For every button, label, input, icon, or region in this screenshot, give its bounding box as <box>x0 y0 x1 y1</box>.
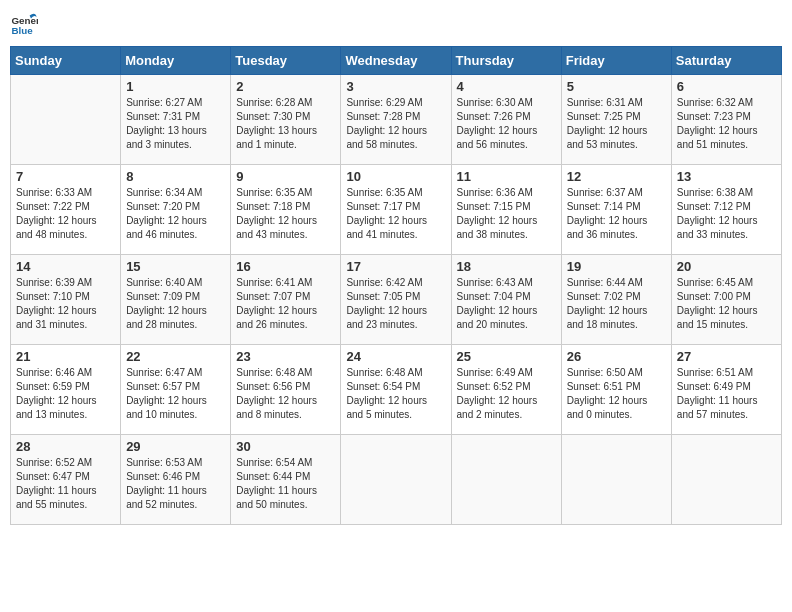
day-number: 7 <box>16 169 115 184</box>
day-content: Sunrise: 6:54 AM Sunset: 6:44 PM Dayligh… <box>236 456 335 512</box>
day-number: 23 <box>236 349 335 364</box>
calendar-cell: 19Sunrise: 6:44 AM Sunset: 7:02 PM Dayli… <box>561 255 671 345</box>
day-number: 12 <box>567 169 666 184</box>
day-number: 22 <box>126 349 225 364</box>
day-number: 6 <box>677 79 776 94</box>
calendar-cell: 3Sunrise: 6:29 AM Sunset: 7:28 PM Daylig… <box>341 75 451 165</box>
day-content: Sunrise: 6:36 AM Sunset: 7:15 PM Dayligh… <box>457 186 556 242</box>
day-content: Sunrise: 6:51 AM Sunset: 6:49 PM Dayligh… <box>677 366 776 422</box>
day-content: Sunrise: 6:30 AM Sunset: 7:26 PM Dayligh… <box>457 96 556 152</box>
day-content: Sunrise: 6:32 AM Sunset: 7:23 PM Dayligh… <box>677 96 776 152</box>
day-content: Sunrise: 6:34 AM Sunset: 7:20 PM Dayligh… <box>126 186 225 242</box>
day-number: 14 <box>16 259 115 274</box>
day-number: 29 <box>126 439 225 454</box>
day-content: Sunrise: 6:37 AM Sunset: 7:14 PM Dayligh… <box>567 186 666 242</box>
day-number: 13 <box>677 169 776 184</box>
day-number: 21 <box>16 349 115 364</box>
weekday-header-sunday: Sunday <box>11 47 121 75</box>
day-content: Sunrise: 6:40 AM Sunset: 7:09 PM Dayligh… <box>126 276 225 332</box>
day-content: Sunrise: 6:33 AM Sunset: 7:22 PM Dayligh… <box>16 186 115 242</box>
svg-text:Blue: Blue <box>11 25 33 36</box>
calendar-cell: 17Sunrise: 6:42 AM Sunset: 7:05 PM Dayli… <box>341 255 451 345</box>
calendar-table: SundayMondayTuesdayWednesdayThursdayFrid… <box>10 46 782 525</box>
calendar-cell: 30Sunrise: 6:54 AM Sunset: 6:44 PM Dayli… <box>231 435 341 525</box>
day-number: 25 <box>457 349 556 364</box>
day-number: 9 <box>236 169 335 184</box>
day-content: Sunrise: 6:46 AM Sunset: 6:59 PM Dayligh… <box>16 366 115 422</box>
day-number: 1 <box>126 79 225 94</box>
calendar-cell: 25Sunrise: 6:49 AM Sunset: 6:52 PM Dayli… <box>451 345 561 435</box>
day-number: 19 <box>567 259 666 274</box>
day-number: 10 <box>346 169 445 184</box>
calendar-cell: 12Sunrise: 6:37 AM Sunset: 7:14 PM Dayli… <box>561 165 671 255</box>
calendar-cell: 16Sunrise: 6:41 AM Sunset: 7:07 PM Dayli… <box>231 255 341 345</box>
calendar-cell: 5Sunrise: 6:31 AM Sunset: 7:25 PM Daylig… <box>561 75 671 165</box>
calendar-cell: 24Sunrise: 6:48 AM Sunset: 6:54 PM Dayli… <box>341 345 451 435</box>
calendar-cell: 20Sunrise: 6:45 AM Sunset: 7:00 PM Dayli… <box>671 255 781 345</box>
calendar-cell: 11Sunrise: 6:36 AM Sunset: 7:15 PM Dayli… <box>451 165 561 255</box>
day-content: Sunrise: 6:48 AM Sunset: 6:56 PM Dayligh… <box>236 366 335 422</box>
weekday-header-friday: Friday <box>561 47 671 75</box>
calendar-cell <box>451 435 561 525</box>
weekday-header-thursday: Thursday <box>451 47 561 75</box>
weekday-header-tuesday: Tuesday <box>231 47 341 75</box>
day-number: 8 <box>126 169 225 184</box>
day-content: Sunrise: 6:45 AM Sunset: 7:00 PM Dayligh… <box>677 276 776 332</box>
day-content: Sunrise: 6:38 AM Sunset: 7:12 PM Dayligh… <box>677 186 776 242</box>
calendar-cell: 26Sunrise: 6:50 AM Sunset: 6:51 PM Dayli… <box>561 345 671 435</box>
calendar-cell <box>561 435 671 525</box>
weekday-header-monday: Monday <box>121 47 231 75</box>
day-content: Sunrise: 6:53 AM Sunset: 6:46 PM Dayligh… <box>126 456 225 512</box>
calendar-cell: 4Sunrise: 6:30 AM Sunset: 7:26 PM Daylig… <box>451 75 561 165</box>
calendar-cell: 6Sunrise: 6:32 AM Sunset: 7:23 PM Daylig… <box>671 75 781 165</box>
day-content: Sunrise: 6:27 AM Sunset: 7:31 PM Dayligh… <box>126 96 225 152</box>
calendar-cell: 21Sunrise: 6:46 AM Sunset: 6:59 PM Dayli… <box>11 345 121 435</box>
day-content: Sunrise: 6:49 AM Sunset: 6:52 PM Dayligh… <box>457 366 556 422</box>
day-number: 30 <box>236 439 335 454</box>
day-content: Sunrise: 6:42 AM Sunset: 7:05 PM Dayligh… <box>346 276 445 332</box>
day-number: 11 <box>457 169 556 184</box>
calendar-cell: 15Sunrise: 6:40 AM Sunset: 7:09 PM Dayli… <box>121 255 231 345</box>
day-content: Sunrise: 6:28 AM Sunset: 7:30 PM Dayligh… <box>236 96 335 152</box>
calendar-cell: 27Sunrise: 6:51 AM Sunset: 6:49 PM Dayli… <box>671 345 781 435</box>
day-number: 18 <box>457 259 556 274</box>
day-content: Sunrise: 6:41 AM Sunset: 7:07 PM Dayligh… <box>236 276 335 332</box>
calendar-cell <box>11 75 121 165</box>
day-number: 4 <box>457 79 556 94</box>
day-content: Sunrise: 6:52 AM Sunset: 6:47 PM Dayligh… <box>16 456 115 512</box>
day-content: Sunrise: 6:39 AM Sunset: 7:10 PM Dayligh… <box>16 276 115 332</box>
calendar-cell: 9Sunrise: 6:35 AM Sunset: 7:18 PM Daylig… <box>231 165 341 255</box>
day-number: 15 <box>126 259 225 274</box>
logo: General Blue <box>10 10 42 38</box>
day-content: Sunrise: 6:29 AM Sunset: 7:28 PM Dayligh… <box>346 96 445 152</box>
day-content: Sunrise: 6:47 AM Sunset: 6:57 PM Dayligh… <box>126 366 225 422</box>
calendar-cell: 8Sunrise: 6:34 AM Sunset: 7:20 PM Daylig… <box>121 165 231 255</box>
day-number: 2 <box>236 79 335 94</box>
calendar-cell: 29Sunrise: 6:53 AM Sunset: 6:46 PM Dayli… <box>121 435 231 525</box>
day-number: 16 <box>236 259 335 274</box>
weekday-header-saturday: Saturday <box>671 47 781 75</box>
day-content: Sunrise: 6:43 AM Sunset: 7:04 PM Dayligh… <box>457 276 556 332</box>
day-number: 24 <box>346 349 445 364</box>
calendar-cell: 1Sunrise: 6:27 AM Sunset: 7:31 PM Daylig… <box>121 75 231 165</box>
page-header: General Blue <box>10 10 782 38</box>
calendar-cell <box>671 435 781 525</box>
weekday-header-wednesday: Wednesday <box>341 47 451 75</box>
day-number: 3 <box>346 79 445 94</box>
calendar-cell: 23Sunrise: 6:48 AM Sunset: 6:56 PM Dayli… <box>231 345 341 435</box>
calendar-cell: 13Sunrise: 6:38 AM Sunset: 7:12 PM Dayli… <box>671 165 781 255</box>
calendar-cell <box>341 435 451 525</box>
day-content: Sunrise: 6:31 AM Sunset: 7:25 PM Dayligh… <box>567 96 666 152</box>
day-number: 17 <box>346 259 445 274</box>
calendar-cell: 2Sunrise: 6:28 AM Sunset: 7:30 PM Daylig… <box>231 75 341 165</box>
calendar-cell: 22Sunrise: 6:47 AM Sunset: 6:57 PM Dayli… <box>121 345 231 435</box>
calendar-cell: 14Sunrise: 6:39 AM Sunset: 7:10 PM Dayli… <box>11 255 121 345</box>
day-number: 26 <box>567 349 666 364</box>
calendar-cell: 18Sunrise: 6:43 AM Sunset: 7:04 PM Dayli… <box>451 255 561 345</box>
calendar-cell: 10Sunrise: 6:35 AM Sunset: 7:17 PM Dayli… <box>341 165 451 255</box>
day-number: 5 <box>567 79 666 94</box>
day-content: Sunrise: 6:50 AM Sunset: 6:51 PM Dayligh… <box>567 366 666 422</box>
day-content: Sunrise: 6:48 AM Sunset: 6:54 PM Dayligh… <box>346 366 445 422</box>
logo-icon: General Blue <box>10 10 38 38</box>
day-content: Sunrise: 6:44 AM Sunset: 7:02 PM Dayligh… <box>567 276 666 332</box>
